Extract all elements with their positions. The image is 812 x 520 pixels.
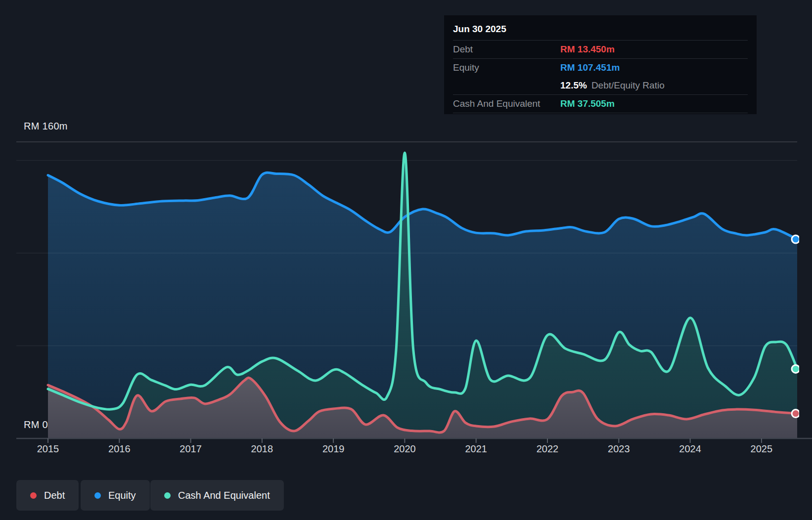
x-tick-label-2018: 2018 bbox=[237, 443, 287, 455]
debt-dot-icon bbox=[30, 492, 37, 499]
tooltip-ratio-label: Debt/Equity Ratio bbox=[591, 80, 665, 91]
x-tick-label-2017: 2017 bbox=[166, 443, 216, 455]
tooltip-equity-value: RM 107.451m bbox=[560, 62, 620, 73]
x-tick-label-2020: 2020 bbox=[380, 443, 429, 455]
legend-item-equity[interactable]: Equity bbox=[81, 480, 150, 511]
tooltip-cash-value: RM 37.505m bbox=[560, 98, 615, 109]
cash-endpoint-marker bbox=[792, 365, 800, 373]
plot-right-edge-mask bbox=[799, 0, 812, 520]
tooltip-cash-row: Cash And Equivalent RM 37.505m bbox=[453, 95, 748, 113]
legend-cash-label: Cash And Equivalent bbox=[178, 490, 270, 501]
equity-endpoint-marker bbox=[792, 235, 800, 243]
tooltip-ratio-row: 12.5% Debt/Equity Ratio bbox=[453, 77, 748, 95]
tooltip-equity-label: Equity bbox=[453, 62, 560, 73]
x-tick-label-2025: 2025 bbox=[737, 443, 786, 455]
y-axis-zero-label: RM 0 bbox=[24, 419, 48, 431]
debt-endpoint-marker bbox=[792, 410, 800, 418]
x-tick-label-2016: 2016 bbox=[94, 443, 144, 455]
hover-tooltip: Jun 30 2025 Debt RM 13.450m Equity RM 10… bbox=[444, 15, 757, 114]
tooltip-date: Jun 30 2025 bbox=[453, 19, 748, 41]
tooltip-debt-label: Debt bbox=[453, 44, 560, 55]
x-tick-label-2015: 2015 bbox=[23, 443, 73, 455]
cash-dot-icon bbox=[164, 492, 171, 499]
x-tick-label-2022: 2022 bbox=[523, 443, 572, 455]
legend-debt-label: Debt bbox=[44, 490, 65, 501]
equity-dot-icon bbox=[94, 492, 101, 499]
x-tick-label-2019: 2019 bbox=[309, 443, 358, 455]
tooltip-ratio-percent: 12.5% bbox=[560, 80, 587, 91]
legend-item-cash[interactable]: Cash And Equivalent bbox=[150, 480, 284, 511]
legend-item-debt[interactable]: Debt bbox=[16, 480, 79, 511]
tooltip-debt-value: RM 13.450m bbox=[560, 44, 615, 55]
legend-equity-label: Equity bbox=[108, 490, 136, 501]
x-tick-label-2021: 2021 bbox=[451, 443, 501, 455]
tooltip-debt-row: Debt RM 13.450m bbox=[453, 41, 748, 59]
x-tick-label-2024: 2024 bbox=[666, 443, 715, 455]
tooltip-cash-label: Cash And Equivalent bbox=[453, 98, 560, 109]
x-tick-label-2023: 2023 bbox=[594, 443, 643, 455]
tooltip-equity-row: Equity RM 107.451m bbox=[453, 59, 748, 77]
y-axis-max-label: RM 160m bbox=[24, 121, 68, 132]
